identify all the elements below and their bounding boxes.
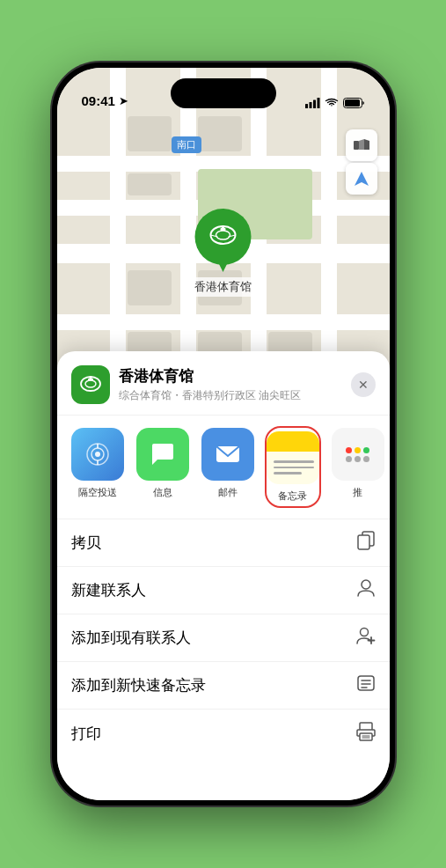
status-time: 09:41	[82, 93, 115, 108]
airdrop-label: 隔空投送	[78, 486, 117, 499]
venue-icon	[71, 365, 110, 404]
more-icon-wrap	[332, 428, 384, 481]
south-entrance-text: 南口	[177, 139, 196, 150]
bottom-sheet: 香港体育馆 综合体育馆・香港特别行政区 油尖旺区 ✕	[57, 351, 390, 800]
print-icon	[356, 722, 376, 746]
stadium-icon	[208, 221, 239, 253]
svg-rect-36	[360, 723, 372, 730]
more-label: 推	[353, 486, 362, 499]
dot-gray3	[363, 456, 369, 462]
notes-icon-wrap	[267, 431, 319, 484]
dot-red	[346, 447, 352, 453]
map-type-button[interactable]	[346, 129, 377, 161]
venue-subtitle: 综合体育馆・香港特别行政区 油尖旺区	[119, 388, 351, 403]
svg-point-11	[216, 231, 230, 239]
road-h4	[57, 314, 390, 330]
svg-point-29	[360, 629, 368, 636]
quick-note-label: 添加到新快速备忘录	[71, 675, 206, 695]
notes-line2	[274, 467, 314, 469]
svg-rect-37	[360, 733, 372, 740]
copy-label: 拷贝	[71, 533, 101, 553]
venue-info: 香港体育馆 综合体育馆・香港特别行政区 油尖旺区	[119, 366, 351, 403]
location-button[interactable]	[346, 163, 377, 195]
venue-header: 香港体育馆 综合体育馆・香港特别行政区 油尖旺区 ✕	[57, 351, 390, 416]
location-arrow-icon	[354, 171, 369, 187]
svg-marker-8	[364, 139, 369, 150]
share-row: 隔空投送 信息	[57, 416, 390, 519]
copy-svg	[356, 531, 376, 550]
message-label: 信息	[153, 486, 172, 499]
notes-line3	[274, 472, 302, 474]
map-block4	[128, 270, 172, 305]
map-block2	[198, 116, 242, 151]
svg-rect-6	[354, 141, 359, 150]
pin-label: 香港体育馆	[189, 277, 257, 297]
svg-point-17	[85, 380, 96, 387]
phone-frame: 09:41 ➤	[52, 63, 395, 805]
close-button[interactable]: ✕	[351, 372, 376, 397]
print-label: 打印	[71, 724, 101, 744]
svg-marker-7	[359, 139, 364, 150]
svg-rect-5	[345, 99, 360, 107]
message-svg	[149, 440, 177, 468]
more-dots-row2	[346, 456, 369, 462]
menu-item-copy[interactable]: 拷贝	[57, 519, 390, 567]
location-pin: 香港体育馆	[189, 209, 257, 297]
pin-icon	[195, 209, 252, 265]
quick-note-icon	[356, 673, 376, 697]
dot-green	[363, 447, 369, 453]
svg-rect-19	[89, 377, 91, 379]
menu-item-add-existing[interactable]: 添加到现有联系人	[57, 614, 390, 662]
person-add-icon	[356, 626, 376, 650]
dot-gray1	[346, 456, 352, 462]
new-contact-label: 新建联系人	[71, 580, 146, 600]
share-item-notes[interactable]: 备忘录	[267, 428, 319, 506]
share-item-more[interactable]: 推	[332, 428, 384, 506]
map-block1	[128, 116, 172, 151]
south-entrance-label: 南口	[172, 136, 201, 153]
wifi-icon	[325, 98, 339, 108]
share-item-message[interactable]: 信息	[136, 428, 189, 506]
mail-icon-wrap	[201, 428, 254, 481]
svg-rect-2	[313, 100, 316, 109]
dot-yellow	[355, 447, 361, 453]
person-add-svg	[356, 626, 376, 645]
svg-rect-15	[222, 225, 224, 229]
quick-note-svg	[356, 673, 376, 693]
share-item-airdrop[interactable]: 隔空投送	[71, 428, 124, 506]
menu-item-print[interactable]: 打印	[57, 710, 390, 757]
mail-label: 邮件	[218, 486, 238, 499]
menu-item-quick-note[interactable]: 添加到新快速备忘录	[57, 662, 390, 710]
person-icon	[356, 578, 376, 602]
airdrop-icon	[71, 428, 124, 481]
svg-point-28	[362, 580, 370, 589]
map-block3	[128, 173, 172, 195]
notes-label: 备忘录	[278, 489, 307, 503]
venue-map-icon	[78, 372, 103, 397]
location-icon: ➤	[119, 94, 128, 107]
venue-name: 香港体育馆	[119, 366, 351, 386]
message-icon-wrap	[136, 428, 189, 481]
svg-rect-0	[305, 104, 308, 108]
print-svg	[356, 722, 376, 741]
airdrop-svg	[84, 440, 112, 468]
svg-point-22	[95, 452, 100, 457]
signal-icon	[305, 98, 320, 108]
menu-item-new-contact[interactable]: 新建联系人	[57, 567, 390, 614]
svg-rect-1	[309, 102, 311, 108]
map-controls	[346, 129, 377, 195]
copy-icon	[356, 531, 376, 555]
person-svg	[356, 578, 376, 598]
notes-line1	[274, 460, 314, 463]
share-item-mail[interactable]: 邮件	[201, 428, 254, 506]
more-dots-row1	[346, 447, 369, 453]
mail-svg	[214, 440, 242, 468]
add-existing-label: 添加到现有联系人	[71, 628, 191, 648]
svg-rect-27	[358, 535, 369, 549]
svg-marker-9	[355, 172, 369, 186]
status-icons	[305, 98, 365, 108]
notes-lines-container	[267, 441, 319, 474]
phone-screen: 09:41 ➤	[57, 68, 390, 800]
dot-gray2	[355, 456, 361, 462]
svg-rect-3	[317, 98, 319, 108]
